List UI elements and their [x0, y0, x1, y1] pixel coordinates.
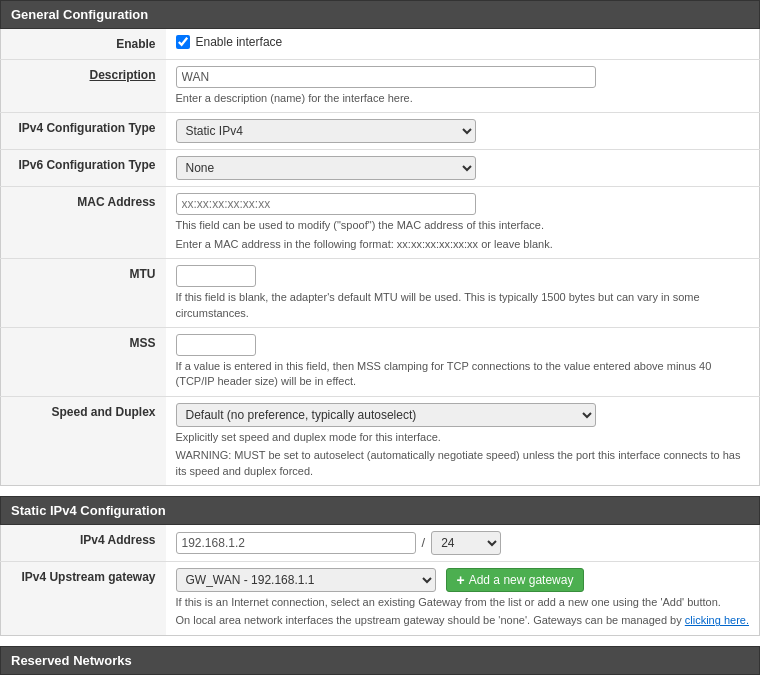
ipv4-address-label: IPv4 Address [1, 525, 166, 562]
mac-address-input[interactable] [176, 193, 476, 215]
ipv6-config-type-label: IPv6 Configuration Type [1, 150, 166, 187]
mtu-value-cell: If this field is blank, the adapter's de… [166, 259, 760, 328]
mac-address-row: MAC Address This field can be used to mo… [1, 187, 760, 259]
plus-icon: + [457, 573, 465, 587]
mac-hint1: This field can be used to modify ("spoof… [176, 218, 750, 233]
add-gateway-button[interactable]: + Add a new gateway [446, 568, 585, 592]
speed-duplex-select[interactable]: Default (no preference, typically autose… [176, 403, 596, 427]
upstream-gateway-select[interactable]: GW_WAN - 192.168.1.1 [176, 568, 436, 592]
description-hint: Enter a description (name) for the inter… [176, 91, 750, 106]
enable-label: Enable [1, 29, 166, 60]
ipv4-config-type-select[interactable]: Static IPv4 DHCP PPPoE None [176, 119, 476, 143]
mac-address-value-cell: This field can be used to modify ("spoof… [166, 187, 760, 259]
enable-checkbox[interactable] [176, 35, 190, 49]
ipv4-config-type-value-cell: Static IPv4 DHCP PPPoE None [166, 113, 760, 150]
speed-duplex-hint1: Explicitly set speed and duplex mode for… [176, 430, 750, 445]
static-ipv4-section: Static IPv4 Configuration IPv4 Address /… [0, 496, 760, 636]
mac-address-label: MAC Address [1, 187, 166, 259]
general-config-header: General Configuration [0, 0, 760, 29]
upstream-gateway-value-cell: GW_WAN - 192.168.1.1 + Add a new gateway… [166, 561, 760, 635]
gateway-hint-link[interactable]: clicking here. [685, 614, 749, 626]
mss-hint: If a value is entered in this field, the… [176, 359, 750, 390]
enable-checkbox-label: Enable interface [196, 35, 283, 49]
mss-input[interactable] [176, 334, 256, 356]
speed-duplex-hint2: WARNING: MUST be set to autoselect (auto… [176, 448, 750, 479]
mac-hint2: Enter a MAC address in the following for… [176, 237, 750, 252]
cidr-slash: / [422, 535, 426, 550]
ipv4-config-type-row: IPv4 Configuration Type Static IPv4 DHCP… [1, 113, 760, 150]
upstream-gateway-label: IPv4 Upstream gateway [1, 561, 166, 635]
mtu-hint: If this field is blank, the adapter's de… [176, 290, 750, 321]
mtu-label: MTU [1, 259, 166, 328]
ipv6-config-type-row: IPv6 Configuration Type None DHCP6 Stati… [1, 150, 760, 187]
reserved-networks-header: Reserved Networks [0, 646, 760, 675]
ipv6-config-type-select[interactable]: None DHCP6 Static IPv6 Track Interface [176, 156, 476, 180]
general-config-section: General Configuration Enable Enable inte… [0, 0, 760, 486]
description-value-cell: Enter a description (name) for the inter… [166, 60, 760, 113]
description-row: Description Enter a description (name) f… [1, 60, 760, 113]
mtu-input[interactable] [176, 265, 256, 287]
static-ipv4-header: Static IPv4 Configuration [0, 496, 760, 525]
enable-value-cell: Enable interface [166, 29, 760, 60]
upstream-gateway-row: IPv4 Upstream gateway GW_WAN - 192.168.1… [1, 561, 760, 635]
description-label: Description [1, 60, 166, 113]
speed-duplex-value-cell: Default (no preference, typically autose… [166, 396, 760, 485]
speed-duplex-label: Speed and Duplex [1, 396, 166, 485]
ipv4-address-input[interactable] [176, 532, 416, 554]
ipv4-address-row: IPv4 Address / 24 32 31 30 29 28 27 [1, 525, 760, 562]
cidr-select[interactable]: 24 32 31 30 29 28 27 26 25 23 22 16 [431, 531, 501, 555]
mss-value-cell: If a value is entered in this field, the… [166, 327, 760, 396]
ipv6-config-type-value-cell: None DHCP6 Static IPv6 Track Interface [166, 150, 760, 187]
enable-row: Enable Enable interface [1, 29, 760, 60]
mss-row: MSS If a value is entered in this field,… [1, 327, 760, 396]
mtu-row: MTU If this field is blank, the adapter'… [1, 259, 760, 328]
gateway-hint2: On local area network interfaces the ups… [176, 613, 750, 628]
mss-label: MSS [1, 327, 166, 396]
ipv4-config-type-label: IPv4 Configuration Type [1, 113, 166, 150]
gateway-hint1: If this is an Internet connection, selec… [176, 595, 750, 610]
ipv4-address-value-cell: / 24 32 31 30 29 28 27 26 25 23 2 [166, 525, 760, 562]
reserved-networks-section: Reserved Networks Block private networks… [0, 646, 760, 675]
speed-duplex-row: Speed and Duplex Default (no preference,… [1, 396, 760, 485]
add-gateway-label: Add a new gateway [469, 573, 574, 587]
description-input[interactable] [176, 66, 596, 88]
